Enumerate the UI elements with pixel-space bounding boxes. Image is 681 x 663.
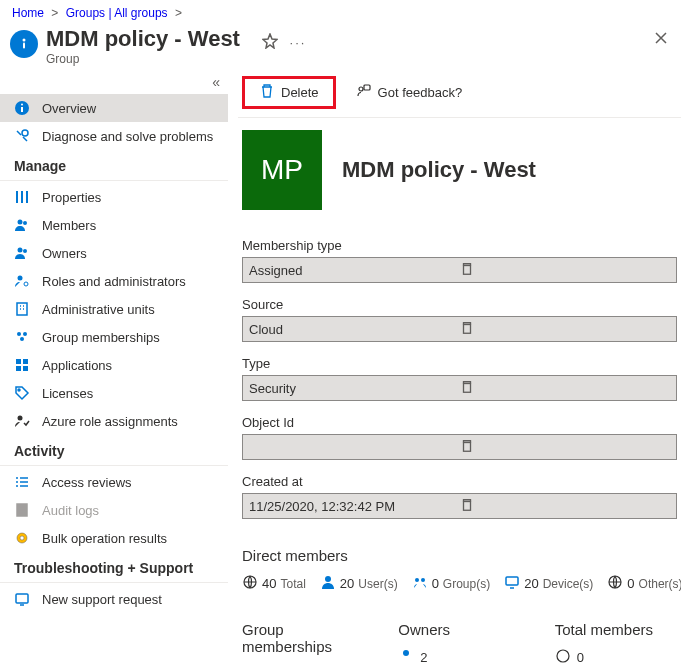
field-value[interactable]: 11/25/2020, 12:32:42 PM: [242, 493, 677, 519]
delete-label: Delete: [281, 85, 319, 100]
copy-icon[interactable]: [460, 262, 671, 279]
field-label: Membership type: [242, 238, 677, 253]
group-avatar: MP: [242, 130, 322, 210]
svg-point-7: [23, 221, 27, 225]
svg-point-6: [18, 220, 23, 225]
svg-rect-31: [463, 442, 470, 451]
summary-value[interactable]: 0: [555, 648, 681, 663]
close-button[interactable]: [653, 30, 669, 49]
sidebar-item-licenses[interactable]: Licenses: [0, 379, 228, 407]
stat-others[interactable]: 0 Other(s): [607, 574, 681, 593]
sidebar: « Overview Diagnose and solve problems M…: [0, 72, 228, 663]
svg-point-34: [325, 576, 331, 582]
checklist-icon: [14, 474, 30, 490]
stat-groups[interactable]: 0 Group(s): [412, 574, 491, 593]
breadcrumb: Home > Groups | All groups >: [0, 0, 681, 24]
sidebar-item-azure-roles[interactable]: Azure role assignments: [0, 407, 228, 435]
svg-point-35: [415, 578, 419, 582]
sliders-icon: [14, 189, 30, 205]
trash-icon: [259, 83, 275, 102]
svg-point-20: [18, 389, 20, 391]
field-created-at: Created at 11/25/2020, 12:32:42 PM: [238, 474, 681, 519]
summary-title: Group memberships: [242, 621, 368, 655]
users-icon: [14, 217, 30, 233]
sidebar-item-audit-logs: Audit logs: [0, 496, 228, 524]
svg-rect-25: [16, 594, 28, 603]
summary-value[interactable]: 2: [398, 648, 524, 663]
sidebar-item-label: Owners: [42, 246, 87, 261]
field-value[interactable]: [242, 434, 677, 460]
globe-icon: [555, 648, 571, 663]
collapse-sidebar-icon[interactable]: «: [0, 72, 228, 94]
svg-rect-1: [23, 43, 25, 49]
direct-members-stats: 40 Total 20 User(s) 0 Group(s) 20 Device…: [238, 574, 681, 593]
breadcrumb-groups[interactable]: Groups | All groups: [66, 6, 168, 20]
copy-icon[interactable]: [460, 380, 671, 397]
copy-icon[interactable]: [460, 498, 671, 515]
delete-button[interactable]: Delete: [242, 76, 336, 109]
user-icon: [398, 648, 414, 663]
svg-rect-19: [23, 366, 28, 371]
svg-rect-27: [364, 85, 370, 90]
sidebar-item-label: New support request: [42, 592, 162, 607]
sidebar-item-bulk-ops[interactable]: Bulk operation results: [0, 524, 228, 552]
sidebar-item-label: Access reviews: [42, 475, 132, 490]
stat-users[interactable]: 20 User(s): [320, 574, 398, 593]
sidebar-item-label: Azure role assignments: [42, 414, 178, 429]
toolbar: Delete Got feedback?: [238, 72, 681, 118]
bottom-summary: Group memberships 0 Owners 2 Total membe…: [238, 621, 681, 663]
summary-total-members: Total members 0: [555, 621, 681, 663]
svg-rect-12: [17, 303, 27, 315]
direct-members-title: Direct members: [242, 547, 681, 564]
owners-icon: [14, 245, 30, 261]
svg-rect-3: [21, 107, 23, 112]
breadcrumb-home[interactable]: Home: [12, 6, 44, 20]
svg-point-24: [20, 536, 24, 540]
sidebar-item-owners[interactable]: Owners: [0, 239, 228, 267]
sidebar-item-support-request[interactable]: New support request: [0, 585, 228, 613]
feedback-button[interactable]: Got feedback?: [356, 83, 463, 102]
svg-point-36: [421, 578, 425, 582]
sidebar-item-group-memberships[interactable]: Group memberships: [0, 323, 228, 351]
field-label: Object Id: [242, 415, 677, 430]
field-value[interactable]: Assigned: [242, 257, 677, 283]
sidebar-item-diagnose[interactable]: Diagnose and solve problems: [0, 122, 228, 150]
sidebar-item-members[interactable]: Members: [0, 211, 228, 239]
svg-point-13: [17, 332, 21, 336]
sidebar-item-overview[interactable]: Overview: [0, 94, 228, 122]
stat-devices[interactable]: 20 Device(s): [504, 574, 593, 593]
copy-icon[interactable]: [460, 321, 671, 338]
svg-point-21: [18, 416, 23, 421]
sidebar-item-label: Applications: [42, 358, 112, 373]
sidebar-item-roles[interactable]: Roles and administrators: [0, 267, 228, 295]
summary-owners: Owners 2: [398, 621, 524, 663]
stat-total[interactable]: 40 Total: [242, 574, 306, 593]
field-type: Type Security: [238, 356, 681, 401]
svg-point-8: [18, 248, 23, 253]
group-icon: [412, 574, 428, 593]
user-icon: [320, 574, 336, 593]
pin-icon[interactable]: [262, 33, 278, 52]
page-header: MDM policy - West ··· Group: [0, 24, 681, 72]
copy-icon[interactable]: [460, 439, 671, 456]
more-icon[interactable]: ···: [290, 35, 307, 50]
person-check-icon: [14, 413, 30, 429]
sidebar-item-access-reviews[interactable]: Access reviews: [0, 468, 228, 496]
sidebar-item-properties[interactable]: Properties: [0, 183, 228, 211]
svg-rect-28: [463, 265, 470, 274]
sidebar-item-applications[interactable]: Applications: [0, 351, 228, 379]
svg-point-14: [23, 332, 27, 336]
group-icon: [14, 329, 30, 345]
tag-icon: [14, 385, 30, 401]
group-header: MP MDM policy - West: [238, 130, 681, 210]
info-icon: [10, 30, 38, 58]
sidebar-item-label: Properties: [42, 190, 101, 205]
svg-rect-16: [16, 359, 21, 364]
field-value[interactable]: Cloud: [242, 316, 677, 342]
field-source: Source Cloud: [238, 297, 681, 342]
sidebar-item-admin-units[interactable]: Administrative units: [0, 295, 228, 323]
sidebar-item-label: Licenses: [42, 386, 93, 401]
field-value[interactable]: Security: [242, 375, 677, 401]
field-label: Type: [242, 356, 677, 371]
sidebar-item-label: Administrative units: [42, 302, 155, 317]
